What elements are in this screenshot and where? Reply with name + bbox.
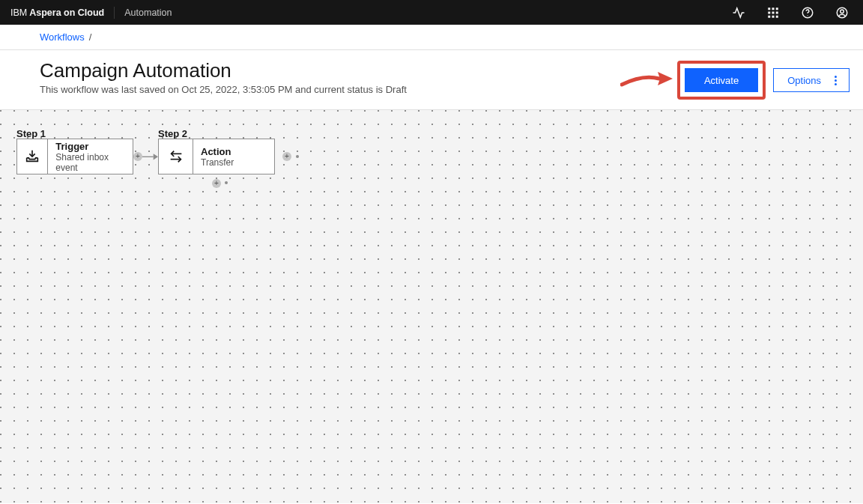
options-button[interactable]: Options xyxy=(773,68,850,92)
topbar-section[interactable]: Automation xyxy=(124,7,172,18)
add-step-below-icon[interactable]: + xyxy=(212,179,221,188)
node-subtitle: Shared inbox event xyxy=(55,152,125,173)
user-avatar-icon[interactable] xyxy=(832,2,853,23)
breadcrumb-bar: Workflows / xyxy=(0,25,863,50)
svg-rect-5 xyxy=(776,11,778,13)
step-label-1: Step 1 xyxy=(16,128,46,139)
brand[interactable]: IBM Aspera on Cloud xyxy=(10,7,104,18)
transfer-icon xyxy=(159,139,193,174)
canvas-decoration-dot xyxy=(225,181,228,184)
breadcrumb-root[interactable]: Workflows xyxy=(40,31,85,43)
add-step-after-icon[interactable]: + xyxy=(282,152,291,161)
workflow-node-action[interactable]: Action Transfer xyxy=(158,139,275,174)
svg-rect-7 xyxy=(772,15,775,17)
canvas-decoration-dot xyxy=(296,155,299,158)
topbar: IBM Aspera on Cloud Automation xyxy=(0,0,863,25)
svg-rect-4 xyxy=(772,11,775,13)
svg-rect-8 xyxy=(776,15,778,17)
apps-grid-icon[interactable] xyxy=(763,2,784,23)
topbar-right xyxy=(728,2,853,23)
trigger-icon xyxy=(17,139,48,174)
page-title: Campaign Automation xyxy=(40,59,407,82)
node-title: Action xyxy=(201,146,234,157)
annotation-arrow-icon xyxy=(620,70,673,91)
page-subtitle: This workflow was last saved on Oct 25, … xyxy=(40,84,407,95)
brand-product: Aspera on Cloud xyxy=(29,7,104,18)
svg-rect-0 xyxy=(768,7,770,10)
step-label-2: Step 2 xyxy=(158,128,187,139)
node-subtitle: Transfer xyxy=(201,157,234,168)
help-icon[interactable] xyxy=(797,2,818,23)
svg-rect-3 xyxy=(768,11,770,13)
activate-highlight: Activate xyxy=(677,61,766,100)
brand-divider xyxy=(114,7,115,19)
title-column: Campaign Automation This workflow was la… xyxy=(40,59,407,95)
svg-rect-6 xyxy=(768,15,770,17)
title-actions: Activate Options xyxy=(677,59,850,100)
node-connector: + xyxy=(133,151,158,162)
brand-prefix: IBM xyxy=(10,7,27,18)
options-button-label: Options xyxy=(787,75,821,86)
svg-rect-2 xyxy=(776,7,778,10)
activate-button[interactable]: Activate xyxy=(685,68,758,92)
add-step-between-icon[interactable]: + xyxy=(133,152,142,161)
breadcrumb-separator: / xyxy=(89,31,92,43)
activity-icon[interactable] xyxy=(728,2,749,23)
workflow-node-trigger[interactable]: Trigger Shared inbox event xyxy=(16,139,133,174)
svg-point-10 xyxy=(807,15,808,16)
svg-point-12 xyxy=(841,9,844,13)
node-title: Trigger xyxy=(55,141,125,152)
title-row: Campaign Automation This workflow was la… xyxy=(0,50,863,110)
svg-rect-1 xyxy=(772,7,775,10)
kebab-icon xyxy=(835,76,837,85)
workflow-canvas[interactable]: Step 1 Trigger Shared inbox event + Step… xyxy=(0,110,863,503)
